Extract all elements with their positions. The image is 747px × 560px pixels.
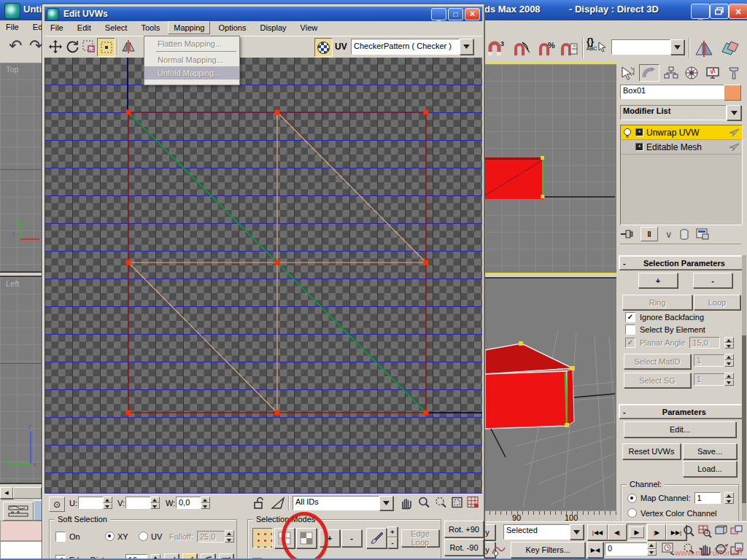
named-selection-dropdown[interactable] <box>611 39 684 55</box>
remove-modifier-icon[interactable] <box>680 229 689 240</box>
select-by-element-checkbox[interactable]: ✓ <box>625 324 635 335</box>
zoom-icon[interactable] <box>682 525 696 538</box>
v-field[interactable] <box>125 497 153 509</box>
pin-stack-icon[interactable] <box>620 229 633 239</box>
previous-frame-button[interactable]: ◀| <box>608 524 627 540</box>
mirror-selected-icon[interactable] <box>120 39 137 55</box>
show-map-toggle-button[interactable] <box>314 38 333 57</box>
set-keys-icon[interactable] <box>491 543 506 556</box>
key-filters-button[interactable]: Key Filters... <box>511 542 585 558</box>
select-matid-button[interactable]: Select MatID <box>624 354 691 369</box>
main-restore-button[interactable] <box>710 4 729 19</box>
planar-angle-field[interactable]: 15,0 <box>689 337 720 349</box>
id-filter-dropdown[interactable]: All IDs <box>293 496 393 510</box>
command-panel-scrollbar[interactable] <box>742 255 746 521</box>
v-spinner[interactable] <box>150 497 160 509</box>
menu-item-normal-mapping[interactable]: Normal Mapping... <box>144 52 239 66</box>
tab-hierarchy-icon[interactable] <box>662 64 681 82</box>
filter-selected-faces-icon[interactable] <box>271 497 285 510</box>
stack-row-editable-mesh[interactable]: + Editable Mesh <box>621 140 742 155</box>
object-name-field[interactable]: Box01 <box>620 85 725 99</box>
uvw-maximize-button[interactable]: □ <box>448 8 463 20</box>
play-button[interactable]: ▶ <box>627 524 647 541</box>
uv-radio[interactable] <box>139 532 148 541</box>
u-spinner[interactable] <box>103 497 112 509</box>
paint-select-button[interactable] <box>366 528 387 548</box>
paint-size-plus-button[interactable]: + <box>387 526 398 537</box>
snap-toggle-3d-icon[interactable]: 3 <box>484 38 508 60</box>
sg-spinner[interactable] <box>724 373 734 386</box>
move-tool-icon[interactable] <box>47 39 63 55</box>
select-sg-button[interactable]: Select SG <box>624 373 691 388</box>
rotate-tool-icon[interactable] <box>64 39 80 55</box>
selection-parameters-header[interactable]: - Selection Parameters <box>619 255 744 271</box>
scale-tool-icon[interactable] <box>81 39 97 55</box>
rotate-plus-90-button[interactable]: Rot. +90 <box>444 521 484 537</box>
zoom-icon[interactable] <box>417 496 431 510</box>
matid-field[interactable]: 1 <box>694 354 726 367</box>
uvw-menu-tools[interactable]: Tools <box>135 21 166 34</box>
loop-button[interactable]: Loop <box>694 295 740 310</box>
uvw-minimize-button[interactable]: _ <box>431 8 446 20</box>
save-uvws-button[interactable]: Save... <box>683 443 737 459</box>
zoom-all-icon[interactable] <box>698 525 712 538</box>
selection-set-dropdown[interactable]: Selected <box>503 524 584 540</box>
w-spinner[interactable] <box>201 497 210 509</box>
parameters-header[interactable]: - Parameters <box>619 404 744 419</box>
map-channel-radio[interactable] <box>627 494 637 503</box>
planar-angle-spinner[interactable] <box>724 337 734 349</box>
ignore-backfacing-checkbox[interactable]: ✓ <box>625 312 635 322</box>
tab-display-icon[interactable] <box>703 64 722 82</box>
shrink-selection-button[interactable]: - <box>693 273 732 288</box>
reset-uvws-button[interactable]: Reset UVWs <box>622 443 681 459</box>
menu-item-unfold-mapping-highlighted[interactable]: Unfold Mapping... <box>144 66 239 79</box>
dropdown-arrow-icon[interactable] <box>570 524 584 540</box>
mini-curve-editor-button[interactable] <box>3 502 34 521</box>
matid-spinner[interactable] <box>724 354 734 367</box>
scrollbar-thumb[interactable] <box>742 335 746 503</box>
pan-icon[interactable] <box>399 496 413 510</box>
next-frame-button[interactable]: |▶ <box>647 524 666 540</box>
falloff-field[interactable]: 25,0 <box>197 531 226 542</box>
lock-selection-icon[interactable] <box>253 497 265 510</box>
modifier-list-dropdown[interactable]: Modifier List <box>620 105 741 120</box>
zoom-extents-icon[interactable] <box>451 496 465 510</box>
uvw-menu-options[interactable]: Options <box>212 21 252 34</box>
time-configuration-icon[interactable] <box>662 542 676 556</box>
align-tool-icon[interactable] <box>719 38 741 60</box>
dropdown-arrow-icon[interactable] <box>670 39 684 55</box>
dropdown-arrow-icon[interactable] <box>379 496 393 510</box>
dropdown-arrow-icon[interactable] <box>460 39 473 55</box>
uvw-menu-view[interactable]: View <box>295 21 324 34</box>
main-minimize-button[interactable]: _ <box>691 4 710 19</box>
mirror-tool-icon[interactable] <box>693 38 715 60</box>
viewport-left[interactable]: Left z y x <box>0 276 42 484</box>
ring-button[interactable]: Ring <box>622 295 692 310</box>
uv-canvas[interactable] <box>44 58 482 494</box>
contract-selection-button[interactable]: - <box>341 529 362 547</box>
key-mode-toggle-button[interactable]: ▶◀ <box>587 542 603 558</box>
falloff-spinner[interactable] <box>225 530 234 542</box>
modifier-list-arrow-icon[interactable] <box>727 105 741 120</box>
menu-item-flatten-mapping[interactable]: Flatten Mapping... <box>144 36 239 50</box>
named-selection-sets-icon[interactable]: {} ABC <box>587 37 608 59</box>
viewport-front-active[interactable] <box>484 63 619 274</box>
uvw-menu-mapping[interactable]: Mapping <box>168 21 210 34</box>
uvw-menu-edit[interactable]: Edit <box>71 21 97 34</box>
zoom-extents-all-icon[interactable] <box>730 525 744 538</box>
uvw-menu-display[interactable]: Display <box>254 21 292 34</box>
zoom-extents-icon[interactable] <box>714 525 728 538</box>
show-end-result-icon[interactable]: ‖ <box>640 227 658 241</box>
rotate-minus-90-button[interactable]: Rot. -90 <box>444 539 484 556</box>
main-close-button[interactable]: × <box>729 4 747 19</box>
load-uvws-button[interactable]: Load... <box>683 461 737 477</box>
grow-selection-button[interactable]: + <box>638 273 678 288</box>
visibility-bulb-icon[interactable] <box>622 128 632 138</box>
map-channel-spinner[interactable] <box>724 492 734 504</box>
tab-create-icon[interactable] <box>618 64 637 82</box>
stack-row-unwrap-uvw[interactable]: + Unwrap UVW <box>621 125 742 140</box>
configure-modifier-sets-icon[interactable] <box>696 228 709 240</box>
spinner-snap-icon[interactable] <box>557 38 581 60</box>
edge-loop-button[interactable]: Edge Loop <box>401 529 439 547</box>
vertex-mode-button[interactable] <box>252 528 273 548</box>
